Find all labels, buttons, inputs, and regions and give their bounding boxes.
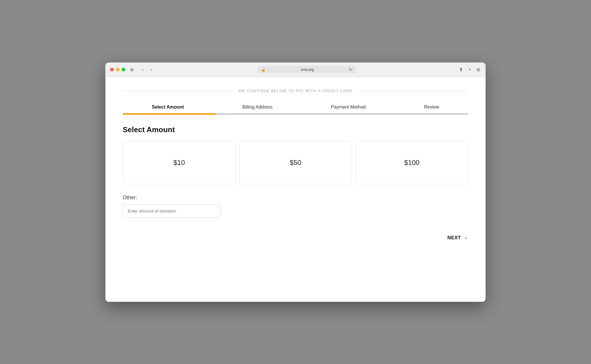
address-bar-wrapper: 🔒 vrra.org ↻ [159,66,454,73]
close-button[interactable] [110,68,114,71]
steps-labels: Select Amount Billing Address Payment Me… [123,105,468,110]
next-arrow-icon: → [463,235,469,241]
maximize-button[interactable] [122,68,125,71]
browser-content: OR CONTINUE BELOW TO PAY WITH A CREDIT C… [105,77,486,302]
new-tab-button[interactable]: ＋ [466,66,473,73]
forward-button[interactable]: › [148,66,155,73]
amount-value-100: $100 [404,159,419,166]
browser-nav: ‹ › [139,66,155,73]
amount-card-10[interactable]: $10 [123,141,236,184]
traffic-lights [110,68,125,71]
url-text: vrra.org [267,67,347,72]
browser-actions: ⬆ ＋ ⧉ [458,66,481,73]
divider-line-left [123,91,233,91]
next-label: NEXT [447,235,461,241]
amount-value-50: $50 [290,159,301,166]
amount-value-10: $10 [173,159,185,166]
divider-line-right [358,91,468,91]
divider-text: OR CONTINUE BELOW TO PAY WITH A CREDIT C… [239,89,353,93]
other-label: Other: [123,195,468,201]
progress-bar-track [123,113,468,115]
back-button[interactable]: ‹ [139,66,147,73]
share-button[interactable]: ⬆ [458,66,464,73]
step-billing-address[interactable]: Billing Address [242,105,272,110]
browser-titlebar: ⊞ ‹ › 🔒 vrra.org ↻ ⬆ ＋ ⧉ [105,62,486,77]
minimize-button[interactable] [116,68,120,71]
next-button[interactable]: NEXT → [447,235,468,241]
window-icon: ⊞ [129,67,135,72]
step-review[interactable]: Review [424,105,439,110]
lock-icon: 🔒 [261,68,266,72]
amount-cards: $10 $50 $100 [123,141,468,184]
step-select-amount[interactable]: Select Amount [152,105,184,110]
step-payment-method[interactable]: Payment Method [331,105,366,110]
footer-row: NEXT → [123,235,468,241]
divider-row: OR CONTINUE BELOW TO PAY WITH A CREDIT C… [123,89,468,93]
address-bar[interactable]: 🔒 vrra.org ↻ [258,66,356,73]
reload-icon[interactable]: ↻ [349,67,352,72]
amount-card-100[interactable]: $100 [355,141,468,184]
progress-bar-fill [123,113,216,115]
donation-amount-input[interactable] [123,204,221,218]
browser-window: ⊞ ‹ › 🔒 vrra.org ↻ ⬆ ＋ ⧉ OR CONTINUE BEL… [105,62,486,302]
section-title: Select Amount [123,125,468,134]
tabs-button[interactable]: ⧉ [476,66,481,73]
steps-container: Select Amount Billing Address Payment Me… [123,105,468,115]
other-section: Other: [123,195,468,218]
amount-card-50[interactable]: $50 [239,141,352,184]
